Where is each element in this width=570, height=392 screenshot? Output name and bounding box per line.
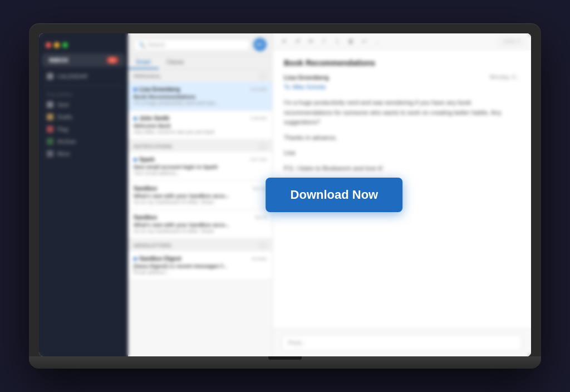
download-now-button[interactable]: Download Now <box>266 178 403 212</box>
email-item[interactable]: Sandbox Nov 8 What's new with your Sandb… <box>128 210 272 239</box>
sidebar-item-drafts[interactable]: Drafts <box>39 111 128 123</box>
laptop-notch <box>268 356 302 360</box>
email-time: 3:38 AM <box>250 116 267 121</box>
maximize-button[interactable] <box>62 42 68 48</box>
more-options-icon[interactable]: … <box>373 37 382 46</box>
tab-classic[interactable]: Classic <box>159 56 192 69</box>
detail-body: I'm a huge productivity nerd and was won… <box>284 98 520 174</box>
email-item-header: Sandbox Nov 16 <box>134 185 267 192</box>
search-placeholder: Search <box>148 42 165 48</box>
email-sender: John Smith <box>134 115 169 121</box>
inbox-label: INBOX <box>49 57 68 63</box>
email-preview: I'm a huge productivity nerd and was... <box>134 100 267 106</box>
group-header-newsletters: Newsletters + <box>128 239 272 251</box>
email-time: 9:07 AM <box>250 157 267 162</box>
reload-icon[interactable]: ⟳ <box>306 37 315 46</box>
email-item[interactable]: Lisa Greenberg 4:18 AM Book Recommendati… <box>128 82 272 111</box>
sent-label: Sent <box>57 102 69 108</box>
email-preview: Email address... <box>134 270 267 275</box>
inbox-badge: 21 <box>107 57 118 63</box>
email-subject: New email account login in Spark <box>134 164 267 170</box>
unread-indicator <box>134 158 137 161</box>
delete-icon[interactable]: 🗑 <box>346 37 355 46</box>
group-header-personal: Personal + <box>128 70 272 82</box>
sent-icon <box>47 101 53 108</box>
email-item[interactable]: Sandbox Nov 16 What's new with your Sand… <box>128 181 272 210</box>
body-paragraph-4: P.S. I listen to Bookworm and love it! <box>284 164 520 174</box>
sidebar: INBOX 21 CALENDAR Folders Sent Drafts <box>39 33 128 356</box>
body-paragraph-1: I'm a huge productivity nerd and was won… <box>284 98 520 128</box>
group-title-newsletters: Newsletters <box>134 243 171 248</box>
email-item-header: Lisa Greenberg 4:18 AM <box>134 86 267 92</box>
email-sender: Spark <box>134 156 155 163</box>
group-icon-newsletters[interactable]: + <box>259 242 267 249</box>
email-preview: Go to my Dashboard Hi Mike: Share <box>134 199 267 205</box>
email-tabs: Smart Classic <box>128 56 272 70</box>
refresh-icon[interactable]: ↺ <box>293 37 302 46</box>
search-bar[interactable]: 🔍 Search <box>134 39 250 51</box>
laptop-outer: INBOX 21 CALENDAR Folders Sent Drafts <box>29 23 541 369</box>
laptop-base <box>29 356 541 369</box>
group-icon-notifications[interactable]: + <box>259 143 267 150</box>
email-subject: Book Recommendations <box>134 94 267 100</box>
laptop-screen: INBOX 21 CALENDAR Folders Sent Drafts <box>39 33 531 356</box>
search-icon: 🔍 <box>139 42 145 48</box>
sidebar-item-calendar[interactable]: CALENDAR <box>39 70 128 82</box>
email-preview: Your email address... <box>134 170 267 176</box>
reply-area: Reply... <box>273 329 531 356</box>
sidebar-item-sent[interactable]: Sent <box>39 99 128 111</box>
traffic-lights <box>39 40 128 53</box>
compose-button[interactable]: ✏ <box>253 38 267 51</box>
email-preview: Go to my Dashboard Hi Mike: Share <box>134 228 267 234</box>
sidebar-item-inbox[interactable]: INBOX 21 <box>42 53 125 67</box>
email-item-header: Sandbox Digest Sunday <box>134 256 267 262</box>
reply-icon[interactable]: ↩ <box>360 37 368 46</box>
detail-toolbar: ✕ ↺ ⟳ ⤴ ⤵ 🗑 ↩ … Action ▾ <box>273 33 531 50</box>
email-item-header: John Smith 3:38 AM <box>134 115 267 121</box>
calendar-label: CALENDAR <box>57 74 87 80</box>
email-item-header: Spark 9:07 AM <box>134 156 267 163</box>
sidebar-divider <box>45 86 122 86</box>
email-time: Sunday <box>252 256 267 261</box>
close-button[interactable] <box>46 42 51 48</box>
drafts-label: Drafts <box>57 114 72 120</box>
email-sender: Sandbox <box>134 214 157 220</box>
group-header-notifications: Notifications + <box>128 140 272 152</box>
unread-indicator <box>134 257 137 261</box>
email-subject: [Sana Digest] 11 recent messages f... <box>134 263 267 269</box>
more-label: More <box>57 151 70 157</box>
close-icon[interactable]: ✕ <box>279 37 288 46</box>
forward-icon[interactable]: ⤴ <box>320 37 328 46</box>
action-button[interactable]: Action ▾ <box>498 37 524 46</box>
email-item-header: Sandbox Nov 8 <box>134 214 267 220</box>
tab-smart[interactable]: Smart <box>128 56 159 69</box>
group-title-notifications: Notifications <box>134 144 172 149</box>
email-item[interactable]: Spark 9:07 AM New email account login in… <box>128 152 272 181</box>
flag-label: Flag <box>57 126 68 133</box>
detail-time: Monday, 9... <box>490 74 520 81</box>
flag-icon <box>47 126 53 133</box>
minimize-button[interactable] <box>54 42 60 48</box>
email-item[interactable]: John Smith 3:38 AM Welcome Back Hey Mike… <box>128 111 272 140</box>
more-icon <box>47 150 53 157</box>
email-list-pane: 🔍 Search ✏ Smart Classic Personal + <box>128 33 273 356</box>
detail-subject: Book Recommendations <box>284 58 520 67</box>
sidebar-item-archive[interactable]: Archive <box>39 135 128 148</box>
reply-input[interactable]: Reply... <box>282 335 522 351</box>
body-paragraph-2: Thanks in advance, <box>284 133 520 143</box>
group-title-personal: Personal <box>134 74 161 79</box>
sidebar-item-more[interactable]: More <box>39 148 128 160</box>
email-subject: What's new with your Sandbox acco... <box>134 222 267 228</box>
sidebar-item-flag[interactable]: Flag <box>39 123 128 135</box>
drafts-icon <box>47 114 53 120</box>
calendar-icon <box>47 73 53 80</box>
group-icon-personal[interactable]: + <box>259 72 267 80</box>
detail-sender: Lisa Greenberg <box>284 74 329 81</box>
unread-indicator <box>134 117 137 120</box>
email-preview: Hey Mike, Good to see you are back <box>134 129 267 135</box>
email-list-header: 🔍 Search ✏ <box>128 33 272 56</box>
email-sender: Sandbox <box>134 185 157 192</box>
email-subject: What's new with your Sandbox acco... <box>134 193 267 199</box>
back-icon[interactable]: ⤵ <box>333 37 342 46</box>
email-item[interactable]: Sandbox Digest Sunday [Sana Digest] 11 r… <box>128 251 272 280</box>
